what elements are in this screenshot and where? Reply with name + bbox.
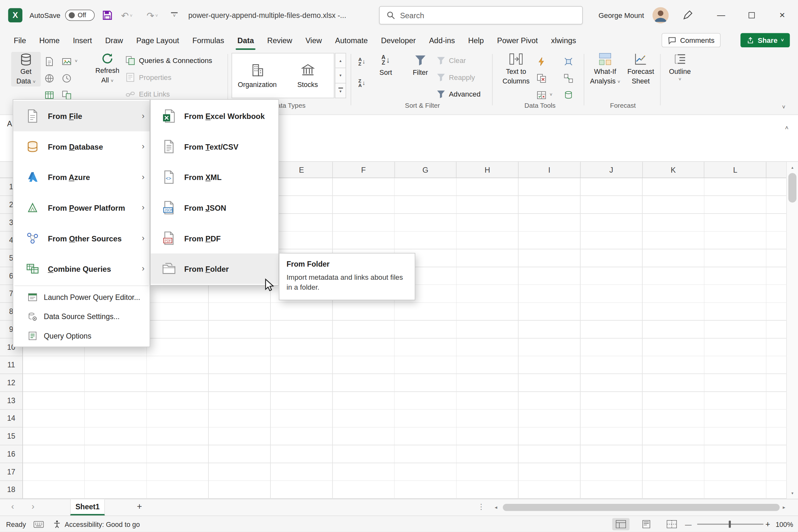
tab-data[interactable]: Data bbox=[231, 31, 261, 50]
tab-home[interactable]: Home bbox=[33, 31, 66, 50]
column-header-g[interactable]: G bbox=[395, 162, 457, 177]
chevron-down-icon[interactable]: ˅ bbox=[550, 93, 552, 97]
relationships-button[interactable] bbox=[562, 72, 575, 85]
menu-item-data-source-settings[interactable]: Data Source Settings... bbox=[13, 307, 150, 326]
column-header-k[interactable]: K bbox=[643, 162, 705, 177]
column-header-h[interactable]: H bbox=[457, 162, 518, 177]
user-name[interactable]: George Mount bbox=[598, 0, 644, 31]
autosave-toggle[interactable]: Off bbox=[65, 10, 94, 21]
reapply-filter-button[interactable]: Reapply bbox=[437, 71, 475, 84]
column-header-e[interactable]: E bbox=[271, 162, 333, 177]
clear-filter-button[interactable]: Clear bbox=[437, 54, 466, 67]
tab-insert[interactable]: Insert bbox=[66, 31, 98, 50]
keyboard-icon[interactable] bbox=[34, 516, 44, 532]
editing-pen-icon[interactable] bbox=[683, 10, 693, 20]
tab-page-layout[interactable]: Page Layout bbox=[130, 31, 186, 50]
data-type-stocks[interactable]: Stocks bbox=[282, 53, 333, 97]
from-web-button[interactable] bbox=[43, 72, 56, 85]
submenu-item-from-text-csv[interactable]: From Text/CSV bbox=[151, 131, 279, 162]
tab-draw[interactable]: Draw bbox=[98, 31, 130, 50]
horizontal-scrollbar-thumb[interactable] bbox=[503, 504, 780, 511]
recent-sources-button[interactable] bbox=[60, 72, 73, 85]
tab-developer[interactable]: Developer bbox=[374, 31, 422, 50]
what-if-analysis-button[interactable]: What-If Analysis ˅ bbox=[588, 52, 622, 86]
sheet-tab-sheet1[interactable]: Sheet1 bbox=[70, 499, 105, 516]
undo-button[interactable]: ↶˅ bbox=[121, 0, 133, 31]
data-validation-button[interactable] bbox=[535, 89, 548, 102]
gallery-more-button[interactable]: ▾ bbox=[335, 83, 346, 98]
zoom-level[interactable]: 100% bbox=[776, 516, 793, 532]
menu-item-combine-queries[interactable]: Combine Queries › bbox=[13, 253, 150, 284]
next-sheet-button[interactable]: › bbox=[32, 499, 35, 515]
properties-button[interactable]: Properties bbox=[125, 71, 172, 84]
gallery-down-button[interactable]: ▾ bbox=[335, 69, 346, 83]
menu-item-from-database[interactable]: From Database › bbox=[13, 131, 150, 162]
hscroll-right-button[interactable]: ▸ bbox=[783, 499, 785, 515]
tab-power-pivot[interactable]: Power Pivot bbox=[491, 31, 545, 50]
submenu-item-from-xml[interactable]: <> From XML bbox=[151, 162, 279, 192]
tab-view[interactable]: View bbox=[299, 31, 329, 50]
save-icon[interactable] bbox=[102, 10, 113, 21]
consolidate-button[interactable] bbox=[562, 55, 575, 68]
row-header-11[interactable]: 11 bbox=[0, 356, 22, 374]
queries-connections-button[interactable]: Queries & Connections bbox=[125, 54, 212, 67]
menu-item-query-options[interactable]: Query Options bbox=[13, 326, 150, 345]
vertical-scrollbar[interactable]: ▴ ▾ bbox=[786, 162, 798, 499]
gallery-up-button[interactable]: ▴ bbox=[335, 53, 346, 69]
row-header-14[interactable]: 14 bbox=[0, 410, 22, 428]
comments-button[interactable]: Comments bbox=[662, 33, 721, 47]
normal-view-button[interactable] bbox=[612, 518, 629, 530]
chevron-down-icon[interactable]: ˅ bbox=[75, 59, 77, 64]
advanced-filter-button[interactable]: Advanced bbox=[437, 88, 480, 101]
autosave-control[interactable]: AutoSave Off bbox=[30, 0, 94, 31]
submenu-item-from-folder[interactable]: From Folder bbox=[151, 253, 279, 284]
flash-fill-button[interactable] bbox=[535, 55, 548, 68]
sort-button[interactable]: AZ↓ Sort bbox=[374, 53, 398, 77]
search-input[interactable]: Search bbox=[379, 6, 583, 24]
menu-item-from-file[interactable]: From File › bbox=[13, 101, 150, 131]
page-break-view-button[interactable] bbox=[663, 518, 680, 530]
from-picture-button[interactable] bbox=[60, 55, 73, 68]
row-header-17[interactable]: 17 bbox=[0, 463, 22, 481]
get-data-button[interactable]: Get Data ˅ bbox=[11, 52, 41, 86]
menu-item-from-power-platform[interactable]: From Power Platform › bbox=[13, 192, 150, 223]
tab-add-ins[interactable]: Add-ins bbox=[422, 31, 461, 50]
submenu-item-from-pdf[interactable]: PDF From PDF bbox=[151, 223, 279, 253]
zoom-slider-thumb[interactable] bbox=[729, 520, 730, 528]
zoom-out-button[interactable]: — bbox=[685, 516, 692, 532]
tab-formulas[interactable]: Formulas bbox=[186, 31, 231, 50]
page-layout-view-button[interactable] bbox=[638, 518, 655, 530]
row-header-16[interactable]: 16 bbox=[0, 445, 22, 463]
previous-sheet-button[interactable]: ‹ bbox=[11, 499, 14, 515]
minimize-button[interactable]: — bbox=[710, 0, 733, 31]
maximize-button[interactable] bbox=[740, 0, 763, 31]
avatar[interactable] bbox=[652, 7, 669, 23]
remove-duplicates-button[interactable] bbox=[535, 72, 548, 85]
refresh-all-button[interactable]: Refresh All ˅ bbox=[93, 52, 122, 84]
tab-help[interactable]: Help bbox=[462, 31, 491, 50]
menu-item-launch-power-query-editor[interactable]: Launch Power Query Editor... bbox=[13, 287, 150, 307]
collapse-ribbon-button[interactable]: ˅ bbox=[778, 102, 790, 112]
excel-logo-icon[interactable]: X bbox=[8, 8, 22, 22]
row-header-18[interactable]: 18 bbox=[0, 481, 22, 499]
redo-button[interactable]: ↷˅ bbox=[147, 0, 158, 31]
tab-file[interactable]: File bbox=[7, 31, 33, 50]
share-button[interactable]: Share ˅ bbox=[740, 33, 790, 47]
hscroll-left-button[interactable]: ◂ bbox=[495, 499, 497, 515]
tab-automate[interactable]: Automate bbox=[328, 31, 374, 50]
filter-button[interactable]: Filter bbox=[408, 53, 433, 77]
column-header-i[interactable]: I bbox=[518, 162, 581, 177]
column-header-f[interactable]: F bbox=[333, 162, 395, 177]
collapse-formula-bar-button[interactable]: ˄ bbox=[781, 122, 793, 133]
row-header-13[interactable]: 13 bbox=[0, 392, 22, 410]
submenu-item-from-json[interactable]: JSON From JSON bbox=[151, 192, 279, 223]
sort-descending-button[interactable]: ZA↓ bbox=[355, 76, 368, 90]
data-type-organization[interactable]: Organization bbox=[232, 53, 283, 97]
outline-button[interactable]: Outline ˅ bbox=[666, 52, 694, 82]
row-header-12[interactable]: 12 bbox=[0, 374, 22, 392]
tab-review[interactable]: Review bbox=[261, 31, 299, 50]
column-header-partial[interactable] bbox=[766, 162, 786, 177]
menu-item-from-azure[interactable]: From Azure › bbox=[13, 162, 150, 192]
tab-xlwings[interactable]: xlwings bbox=[545, 31, 583, 50]
scroll-down-button[interactable]: ▾ bbox=[787, 489, 798, 498]
